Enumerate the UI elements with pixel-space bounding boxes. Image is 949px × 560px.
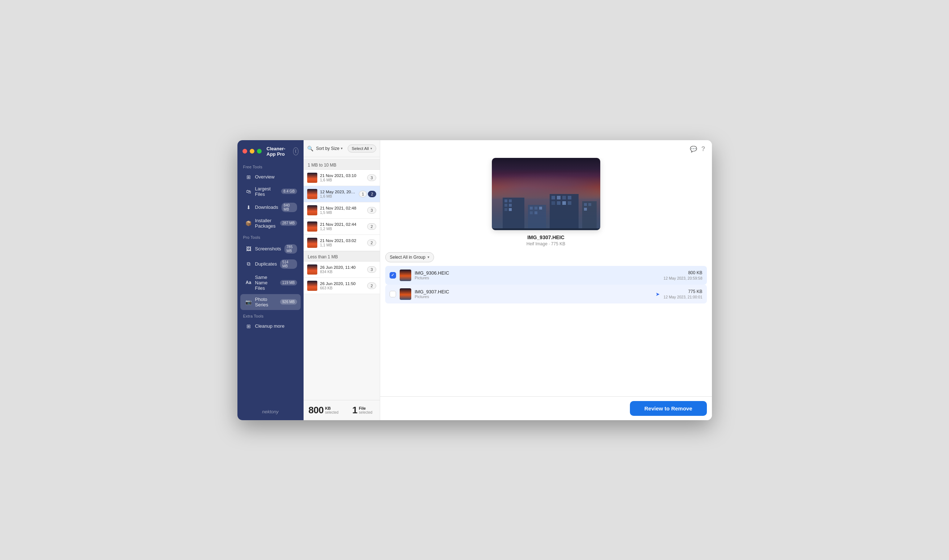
sidebar-item-badge: 840 MB xyxy=(281,203,297,212)
select-all-label: Select All xyxy=(352,146,369,151)
file-item-right: 775 KB 12 May 2023, 21:00:01 xyxy=(663,289,702,299)
sidebar-item-same-name-files[interactable]: Aa Same Name Files 119 MB xyxy=(240,272,301,293)
file-row-count[interactable]: 2 xyxy=(367,240,376,246)
svg-rect-2 xyxy=(509,199,512,202)
sidebar-item-label: Photo Series xyxy=(255,297,277,308)
table-row[interactable]: 12 May 2023, 20:59 1,6 MB 1 2 xyxy=(303,186,380,202)
sidebar-item-downloads[interactable]: ⬇ Downloads 840 MB xyxy=(240,200,301,215)
preview-filename: IMG_9307.HEIC xyxy=(527,234,564,240)
maximize-button[interactable] xyxy=(257,149,261,154)
status-unit-block: KB selected xyxy=(325,406,338,414)
sidebar-item-overview[interactable]: ⊞ Overview xyxy=(240,171,301,183)
minimize-button[interactable] xyxy=(250,149,254,154)
back-button[interactable]: ⟨ xyxy=(293,148,298,155)
svg-rect-26 xyxy=(492,228,600,230)
bag-icon: 🛍 xyxy=(245,188,252,195)
sort-label: Sort by Size xyxy=(316,146,340,151)
sidebar-item-label: Duplicates xyxy=(255,261,277,267)
sidebar-item-label: Overview xyxy=(255,174,297,180)
file-row-count-pair: 1 2 xyxy=(359,191,376,197)
sidebar-item-cleanup-more[interactable]: ⊞ Cleanup more xyxy=(240,320,301,332)
detail-content: IMG_9307.HEIC Heif Image · 775 KB Select… xyxy=(380,158,712,396)
table-row[interactable]: 26 Jun 2020, 11:40 834 KB 3 xyxy=(303,262,380,278)
file-checkbox-2[interactable] xyxy=(389,291,396,297)
sidebar-item-badge: 287 MB xyxy=(280,220,297,226)
table-row[interactable]: 21 Nov 2021, 03:02 1,1 MB 2 xyxy=(303,235,380,251)
file-item-date: 12 May 2023, 21:00:01 xyxy=(663,295,702,299)
file-row-count[interactable]: 2 xyxy=(367,223,376,230)
file-row-count[interactable]: 3 xyxy=(367,207,376,214)
file-row-date: 21 Nov 2021, 03:02 xyxy=(320,238,365,243)
sidebar-item-label: Downloads xyxy=(255,205,278,210)
sidebar-item-badge: 119 MB xyxy=(280,280,297,285)
file-list-panel: 🔍 Sort by Size ▾ Select All ▾ 1 MB to 10… xyxy=(303,140,380,420)
file-item-name: IMG_9306.HEIC xyxy=(415,270,660,276)
file-row-date: 26 Jun 2020, 11:50 xyxy=(320,282,365,286)
table-row[interactable]: 21 Nov 2021, 03:10 1,6 MB 3 xyxy=(303,170,380,186)
svg-rect-19 xyxy=(557,201,560,205)
close-button[interactable] xyxy=(243,149,247,154)
sidebar-item-label: Largest Files xyxy=(255,186,278,197)
svg-rect-12 xyxy=(534,211,537,214)
file-thumbnail xyxy=(307,265,317,275)
list-item[interactable]: IMG_9306.HEIC Pictures 800 KB 12 May 202… xyxy=(385,266,707,285)
sidebar-item-largest-files[interactable]: 🛍 Largest Files 8.4 GB xyxy=(240,183,301,199)
help-icon[interactable]: ? xyxy=(701,145,705,153)
camera-icon: 📷 xyxy=(245,299,252,305)
file-item-size: 800 KB xyxy=(688,270,702,275)
sort-by-size-button[interactable]: Sort by Size ▾ xyxy=(316,146,343,151)
file-row-info: 12 May 2023, 20:59 1,6 MB xyxy=(320,190,356,198)
file-row-info: 21 Nov 2021, 02:48 1,5 MB xyxy=(320,206,365,215)
grid4-icon: ⊞ xyxy=(245,323,252,329)
review-to-remove-button[interactable]: Review to Remove xyxy=(630,401,707,416)
svg-rect-15 xyxy=(557,196,560,199)
file-row-size: 1,6 MB xyxy=(320,178,365,182)
status-size-unit: KB xyxy=(325,406,338,411)
file-row-date: 21 Nov 2021, 02:44 xyxy=(320,222,365,226)
status-size-value: 800 xyxy=(309,405,324,416)
svg-rect-8 xyxy=(530,207,533,209)
svg-rect-11 xyxy=(530,211,533,214)
svg-rect-10 xyxy=(539,207,542,209)
sidebar-item-installer-packages[interactable]: 📦 Installer Packages 287 MB xyxy=(240,215,301,231)
file-item-info: IMG_9307.HEIC Pictures xyxy=(415,289,650,299)
select-all-button[interactable]: Select All ▾ xyxy=(348,145,376,152)
file-thumbnail xyxy=(307,173,317,183)
file-row-size: 1,1 MB xyxy=(320,243,365,247)
sidebar-item-photo-series[interactable]: 📷 Photo Series 926 MB xyxy=(240,294,301,310)
file-item-location: Pictures xyxy=(415,294,650,299)
file-item-size: 775 KB xyxy=(688,289,702,294)
file-item-location: Pictures xyxy=(415,276,660,280)
file-item-date: 12 May 2023, 20:59:58 xyxy=(663,276,702,280)
sidebar-item-label: Cleanup more xyxy=(255,323,297,329)
file-row-info: 26 Jun 2020, 11:40 834 KB xyxy=(320,265,365,274)
chat-icon[interactable]: 💬 xyxy=(690,146,697,152)
table-row[interactable]: 21 Nov 2021, 02:44 1,2 MB 2 xyxy=(303,218,380,235)
status-count-value: 1 xyxy=(352,405,357,416)
sidebar-item-duplicates[interactable]: ⧉ Duplicates 514 MB xyxy=(240,257,301,271)
file-thumbnail xyxy=(307,281,317,291)
count-btn-2[interactable]: 2 xyxy=(368,191,376,197)
file-checkbox-1[interactable] xyxy=(389,272,396,278)
extra-tools-label: Extra Tools xyxy=(237,310,303,320)
file-row-count[interactable]: 2 xyxy=(367,283,376,289)
file-row-count[interactable]: 3 xyxy=(367,266,376,273)
search-icon[interactable]: 🔍 xyxy=(307,146,313,151)
grid-icon: ⊞ xyxy=(245,174,252,180)
arrow-icon: ➤ xyxy=(655,291,660,297)
status-count-unit: File xyxy=(359,406,372,411)
count-btn-1[interactable]: 1 xyxy=(359,191,367,197)
status-count-label: selected xyxy=(359,411,372,414)
table-row[interactable]: 26 Jun 2020, 11:50 663 KB 2 xyxy=(303,278,380,294)
list-item[interactable]: IMG_9307.HEIC Pictures ➤ 775 KB 12 May 2… xyxy=(385,285,707,303)
file-row-count[interactable]: 3 xyxy=(367,174,376,181)
file-list-scroll[interactable]: 1 MB to 10 MB 21 Nov 2021, 03:10 1,6 MB … xyxy=(303,157,380,400)
svg-rect-20 xyxy=(562,201,566,205)
group-selector: Select All in Group ▾ xyxy=(380,252,712,262)
file-row-info: 21 Nov 2021, 03:10 1,6 MB xyxy=(320,174,365,182)
sidebar-item-screenshots[interactable]: 🖼 Screenshots 785 MB xyxy=(240,242,301,256)
table-row[interactable]: 21 Nov 2021, 02:48 1,5 MB 3 xyxy=(303,202,380,218)
select-all-in-group-button[interactable]: Select All in Group ▾ xyxy=(385,252,434,262)
photo-icon: 🖼 xyxy=(245,246,252,252)
sidebar: Cleaner-App Pro ⟨ Free Tools ⊞ Overview … xyxy=(237,140,303,420)
